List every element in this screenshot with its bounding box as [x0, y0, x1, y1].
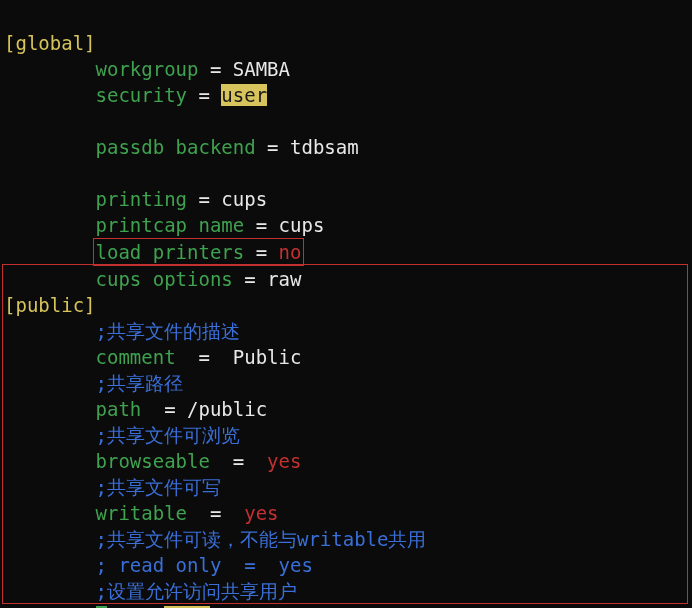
key-comment: comment	[96, 346, 176, 368]
val-printcap-name: cups	[279, 214, 325, 236]
key-browseable: browseable	[96, 450, 210, 472]
val-workgroup: SAMBA	[233, 58, 290, 80]
val-comment: Public	[233, 346, 302, 368]
config-file-view: [global] workgroup = SAMBA security = us…	[0, 0, 692, 608]
val-browseable: yes	[267, 450, 301, 472]
comment-readonly-a: ;共享文件可读，不能与	[96, 528, 297, 550]
key-security: security	[96, 84, 188, 106]
comment-readonly-line: ; read only = yes	[96, 554, 313, 576]
equals: =	[187, 502, 244, 524]
key-printing: printing	[96, 188, 188, 210]
load-printers-box: load printers = no	[93, 238, 305, 266]
equals: =	[187, 188, 221, 210]
equals: =	[244, 214, 278, 236]
key-cups-options: cups options	[96, 268, 233, 290]
key-workgroup: workgroup	[96, 58, 199, 80]
val-passdb-backend: tdbsam	[290, 136, 359, 158]
equals: =	[141, 398, 187, 420]
comment-path: ;共享路径	[96, 372, 183, 394]
val-path: /public	[187, 398, 267, 420]
equals: =	[244, 241, 278, 263]
key-path: path	[96, 398, 142, 420]
key-writable: writable	[96, 502, 188, 524]
val-cups-options: raw	[267, 268, 301, 290]
section-public: [public]	[4, 294, 96, 316]
comment-desc: ;共享文件的描述	[96, 320, 240, 342]
equals: =	[233, 268, 267, 290]
comment-writable: ;共享文件可写	[96, 476, 221, 498]
equals: =	[176, 346, 233, 368]
key-printcap-name: printcap name	[96, 214, 245, 236]
equals: =	[210, 450, 267, 472]
equals: =	[198, 58, 232, 80]
val-writable: yes	[244, 502, 278, 524]
val-printing: cups	[221, 188, 267, 210]
equals: =	[187, 84, 221, 106]
val-load-printers: no	[279, 241, 302, 263]
comment-readonly-b: writable	[297, 528, 389, 550]
equals: =	[256, 136, 290, 158]
section-global: [global]	[4, 32, 96, 54]
key-load-printers: load printers	[96, 241, 245, 263]
key-passdb-backend: passdb backend	[96, 136, 256, 158]
comment-readonly-c: 共用	[388, 528, 426, 550]
comment-browseable: ;共享文件可浏览	[96, 424, 240, 446]
val-security: user	[221, 84, 267, 106]
comment-validusers: ;设置允许访问共享用户	[96, 580, 297, 602]
